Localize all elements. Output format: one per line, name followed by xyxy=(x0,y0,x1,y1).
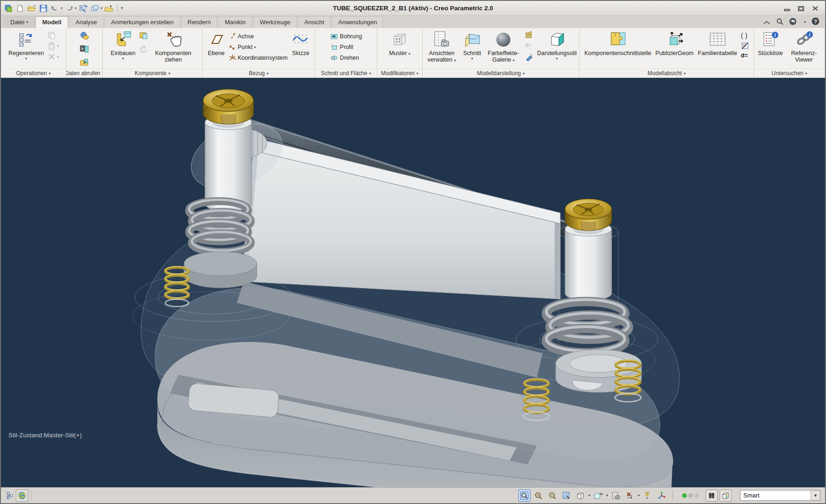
punkt-button[interactable]: Punkt▾ xyxy=(228,43,289,51)
profil-button[interactable]: Profil xyxy=(329,43,363,51)
model-tree-toggle-button[interactable] xyxy=(4,490,16,502)
spin-center-button[interactable] xyxy=(656,490,668,502)
help-icon[interactable]: ? xyxy=(812,17,819,27)
zoom-fit-button[interactable] xyxy=(518,490,530,502)
delete-button[interactable]: ▾ xyxy=(47,52,60,61)
tab-rendern[interactable]: Rendern xyxy=(181,16,218,28)
ebene-button[interactable]: Ebene xyxy=(206,29,226,57)
tab-modell[interactable]: Modell xyxy=(35,16,68,28)
close-window-button[interactable] xyxy=(104,3,114,14)
undo-button[interactable] xyxy=(50,3,60,14)
regenerate-quick-button[interactable] xyxy=(78,3,88,14)
tab-anwendungen[interactable]: Anwendungen xyxy=(332,16,383,28)
qat-customize-dropdown[interactable]: ▼ xyxy=(120,6,124,10)
annotation-tag-button[interactable] xyxy=(642,490,654,502)
annotation-display-button[interactable]: AB xyxy=(592,490,604,502)
komponenten-ziehen-button[interactable]: Komponenten ziehen xyxy=(151,29,196,64)
darstellungsstil-button[interactable]: Darstellungsstil ▾ xyxy=(536,29,578,62)
zoom-in-button[interactable] xyxy=(532,490,544,502)
einbauen-button[interactable]: Einbauen ▾ xyxy=(109,29,137,62)
relations-button[interactable]: d= xyxy=(740,52,750,59)
import-data-button[interactable] xyxy=(78,31,91,41)
close-button[interactable] xyxy=(812,6,819,11)
datum-display-dropdown[interactable]: ▾ xyxy=(638,493,640,497)
zoom-out-button[interactable] xyxy=(546,490,558,502)
annotation-display-dropdown[interactable]: ▾ xyxy=(606,493,608,497)
muster-button[interactable]: Muster ▾ xyxy=(388,29,412,57)
redo-dropdown[interactable]: ▾ xyxy=(75,6,77,10)
farbeffekte-galerie-button[interactable]: Farbeffekte-Galerie ▾ xyxy=(484,29,522,64)
window-switch-button[interactable] xyxy=(90,3,100,14)
restore-button[interactable] xyxy=(798,6,805,11)
new-file-button[interactable] xyxy=(15,3,25,14)
tab-werkzeuge[interactable]: Werkzeuge xyxy=(253,16,297,28)
tab-ansicht[interactable]: Ansicht xyxy=(298,16,331,28)
tab-manikin[interactable]: Manikin xyxy=(218,16,252,28)
group-label-modifikatoren[interactable]: Modifikatoren xyxy=(381,70,415,77)
redo-button[interactable] xyxy=(64,3,74,14)
search-icon[interactable] xyxy=(776,18,784,27)
edit-position-button[interactable] xyxy=(524,53,534,62)
window-switch-dropdown[interactable]: ▾ xyxy=(100,6,102,10)
referenz-viewer-button[interactable]: i Referenz-Viewer xyxy=(786,29,822,64)
shared-data-button[interactable] xyxy=(78,57,91,67)
saved-view-list-button[interactable] xyxy=(610,490,622,502)
browser-toggle-button[interactable] xyxy=(16,490,28,502)
drehen-button[interactable]: Drehen xyxy=(329,54,363,62)
regenerieren-button[interactable]: Regenerieren ▾ xyxy=(7,29,45,62)
display-style-button[interactable] xyxy=(574,490,586,502)
user-defined-feature-button[interactable] xyxy=(78,44,91,54)
paste-button[interactable]: ▾ xyxy=(47,42,60,50)
achse-button[interactable]: Achse xyxy=(228,32,289,41)
group-label-komponente[interactable]: Komponente xyxy=(134,70,166,77)
regenerieren-label: Regenerieren xyxy=(8,50,44,56)
app-icon[interactable] xyxy=(3,3,14,14)
save-button[interactable] xyxy=(38,3,49,14)
bohrung-button[interactable]: Bohrung xyxy=(329,32,363,41)
group-modelldarstellung: Ansichten verwalten ▾ Schnitt ▾ Farbeffe… xyxy=(423,28,579,77)
tab-anmerkungen[interactable]: Anmerkungen erstellen xyxy=(105,16,180,28)
dropdown-arrow-icon: ▾ xyxy=(49,71,51,76)
graphics-area[interactable]: Stil-Zustand:Master-Stil(+) xyxy=(1,78,825,487)
group-label-operationen[interactable]: Operationen xyxy=(16,70,47,77)
create-component-button[interactable] xyxy=(138,31,149,40)
koordinatensystem-button[interactable]: Koordinatensystem xyxy=(228,54,289,62)
component-undo-button[interactable] xyxy=(138,45,149,54)
skizze-button[interactable]: Skizze xyxy=(290,29,311,57)
schnitt-button[interactable]: Schnitt ▾ xyxy=(461,29,483,62)
tab-datei[interactable]: Datei▾ xyxy=(4,16,35,28)
familientabelle-button[interactable]: Familientabelle xyxy=(697,29,739,57)
view-manager-button[interactable] xyxy=(720,490,732,502)
learning-dropdown-icon[interactable]: ▾ xyxy=(804,20,806,24)
group-label-bezug[interactable]: Bezug xyxy=(249,70,265,77)
komponentenschnittstelle-button[interactable]: Komponentenschnittstelle xyxy=(583,29,652,57)
learning-center-icon[interactable] xyxy=(789,18,798,27)
status-dot-green xyxy=(682,493,687,498)
datum-display-filter-button[interactable] xyxy=(624,490,636,502)
tab-analyse[interactable]: Analyse xyxy=(69,16,104,28)
group-label-daten-abrufen[interactable]: Daten abrufen xyxy=(66,70,100,77)
selection-filter-arrow[interactable]: ▼ xyxy=(811,490,820,500)
display-style-dropdown[interactable]: ▾ xyxy=(588,493,590,497)
group-label-modellabsicht[interactable]: Modellabsicht xyxy=(648,70,682,77)
mesh-display-button[interactable] xyxy=(524,42,534,50)
minimize-button[interactable] xyxy=(784,6,791,11)
undo-dropdown[interactable]: ▾ xyxy=(61,6,63,10)
display-settings-button[interactable] xyxy=(524,31,534,39)
open-file-button[interactable] xyxy=(27,3,37,14)
parameters-button[interactable]: ( ) xyxy=(740,31,750,40)
copy-button[interactable] xyxy=(47,31,60,40)
collapse-ribbon-icon[interactable] xyxy=(763,18,770,27)
group-label-modelldarstellung[interactable]: Modelldarstellung xyxy=(477,70,521,77)
selection-filter-dropdown[interactable]: Smart ▼ xyxy=(740,490,820,501)
ansichten-verwalten-button[interactable]: Ansichten verwalten ▾ xyxy=(424,29,460,64)
publiziergeom-button[interactable]: PublizierGeom xyxy=(654,29,695,57)
repaint-button[interactable] xyxy=(560,490,572,502)
group-operationen: Regenerieren ▾ ▾ ▾ Operationen▾ xyxy=(1,28,66,77)
switch-dimensions-button[interactable] xyxy=(740,42,750,50)
stueckliste-button[interactable]: i Stückliste xyxy=(756,29,784,57)
group-label-schnitt-und-flaeche[interactable]: Schnitt und Fläche xyxy=(321,70,367,77)
display-style-cube-icon xyxy=(548,30,566,49)
find-button[interactable] xyxy=(706,490,718,502)
group-label-untersuchen[interactable]: Untersuchen xyxy=(771,70,803,77)
